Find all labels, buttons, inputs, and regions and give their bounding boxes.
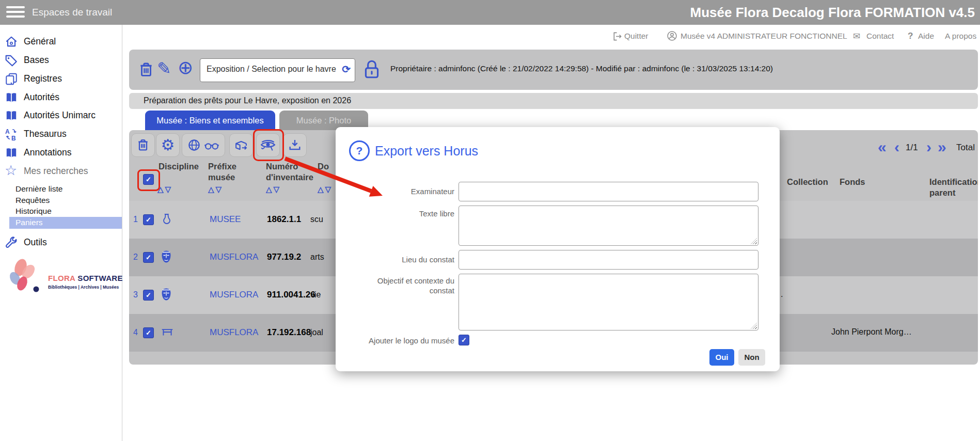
export-horus-button[interactable] <box>256 133 280 157</box>
vase-icon <box>161 212 173 226</box>
sidebar-item-annotations[interactable]: Annotations <box>0 145 122 161</box>
ajouter-logo-checkbox[interactable]: ✓ <box>459 335 469 345</box>
logo-brand2: SOFTWARE <box>77 274 122 282</box>
check-icon: ✓ <box>461 336 467 344</box>
check-icon: ✓ <box>146 176 151 183</box>
sidebar-item-outils[interactable]: Outils <box>0 235 122 250</box>
row-checkbox[interactable]: ✓ <box>143 327 154 338</box>
objectif-contexte-label: Objectif et contexte du constat <box>356 276 454 295</box>
total-label: Total : <box>956 143 978 153</box>
description-bar: Préparation des prêts pour Le Havre, exp… <box>129 93 978 109</box>
star-icon: ☆ <box>5 165 18 178</box>
row-number: 1 <box>133 215 138 224</box>
sidebar-item-label: Autorités <box>24 92 59 103</box>
objectif-contexte-textarea[interactable] <box>459 274 758 330</box>
sidebar-item-thesaurus[interactable]: A B Thesaurus <box>0 127 122 142</box>
sidebar-item-mes-recherches[interactable]: ☆ Mes recherches <box>0 164 122 179</box>
row-checkbox[interactable]: ✓ <box>143 290 154 301</box>
column-header-domaine: Do <box>318 161 329 172</box>
svg-text:B: B <box>11 135 16 141</box>
prefix-link[interactable]: MUSFLORA <box>210 290 258 300</box>
logo-tagline: Bibliothèques | Archives | Musées <box>48 285 119 290</box>
download-button[interactable] <box>283 133 307 157</box>
lieu-constat-input[interactable] <box>459 250 758 270</box>
column-header-discipline: Discipline <box>159 161 199 172</box>
row-number: 3 <box>133 290 138 300</box>
modal-title: Export vers Horus <box>375 144 478 159</box>
export-box-button[interactable] <box>229 133 253 157</box>
workspace-label: Espaces de travail <box>32 7 112 18</box>
add-record-icon[interactable]: ⊕ <box>178 60 193 75</box>
row-number: 2 <box>133 253 138 262</box>
oui-button[interactable]: Oui <box>709 349 734 366</box>
current-user-label[interactable]: Musée v4 ADMINISTRATEUR FONCTIONNEL <box>681 32 847 41</box>
domain-cell: arts <box>310 253 324 262</box>
sidebar-item-registres[interactable]: Registres <box>0 71 122 87</box>
sidebar-subitem-historique[interactable]: Historique <box>15 207 52 216</box>
record-toolbar: ✎ ⊕ Exposition / Selection pour le havre… <box>129 50 978 90</box>
pagination-prev[interactable]: ‹ <box>894 139 899 155</box>
user-icon <box>667 31 677 41</box>
column-header-numero: Numéro d'inventaire <box>266 161 323 183</box>
texte-libre-label: Texte libre <box>351 209 454 218</box>
sidebar-item-label: Outils <box>24 237 47 248</box>
select-all-checkbox[interactable]: ✓ <box>143 174 154 185</box>
contact-link[interactable]: Contact <box>866 32 894 41</box>
sort-icons-discipline[interactable]: △▽ <box>157 185 172 194</box>
sort-icons-numero[interactable]: △▽ <box>266 185 281 194</box>
sidebar: Général Bases Registres Autorités Autori… <box>0 25 122 441</box>
inventory-number: 911.0041.26 <box>267 290 315 300</box>
examinateur-input[interactable] <box>459 182 758 201</box>
sidebar-item-bases[interactable]: Bases <box>0 53 122 68</box>
sidebar-item-autorites-unimarc[interactable]: Autorités Unimarc <box>0 108 122 123</box>
non-button[interactable]: Non <box>738 349 765 366</box>
domain-cell: vie <box>310 290 321 300</box>
sidebar-subitem-derniere-liste[interactable]: Dernière liste <box>15 184 62 194</box>
sidebar-item-label: Annotations <box>24 147 71 158</box>
mask-icon <box>161 288 172 301</box>
settings-button[interactable]: ⚙ <box>156 133 180 157</box>
column-header-identification-parent: Identification parent <box>929 177 978 198</box>
wrench-icon <box>5 236 18 249</box>
row-checkbox[interactable]: ✓ <box>143 214 154 225</box>
download-icon <box>288 138 302 152</box>
texte-libre-textarea[interactable] <box>459 206 758 246</box>
domain-cell: joal <box>310 328 323 337</box>
sort-icons-domaine[interactable]: △▽ <box>318 185 333 194</box>
sort-icons-prefixe[interactable]: △▽ <box>208 185 223 194</box>
home-icon <box>5 35 18 49</box>
box-export-icon <box>233 138 249 152</box>
sidebar-subitem-paniers[interactable]: Paniers <box>9 217 122 229</box>
delete-record-icon[interactable] <box>137 61 155 78</box>
pagination-next[interactable]: › <box>926 139 931 155</box>
exit-icon <box>612 32 622 41</box>
prefix-link[interactable]: MUSFLORA <box>210 327 258 338</box>
pagination-page: 1/1 <box>906 143 918 153</box>
hamburger-menu-icon[interactable] <box>6 6 25 19</box>
refresh-icon[interactable]: ⟳ <box>342 63 351 75</box>
glasses-icon <box>204 139 219 151</box>
quit-link[interactable]: Quitter <box>624 32 649 41</box>
modal-help-icon[interactable]: ? <box>349 140 370 161</box>
sidebar-subitem-requetes[interactable]: Requêtes <box>15 196 50 205</box>
book-icon <box>5 109 18 122</box>
column-header-collection: Collection <box>787 177 828 187</box>
help-link[interactable]: Aide <box>918 32 934 41</box>
sidebar-subitem-label: Paniers <box>15 218 43 227</box>
sidebar-item-autorites[interactable]: Autorités <box>0 90 122 105</box>
web-view-button[interactable] <box>182 133 225 157</box>
tab-biens-et-ensembles[interactable]: Musée : Biens et ensembles <box>145 111 275 130</box>
about-link[interactable]: A propos <box>945 32 976 41</box>
inventory-number: 17.192.168 <box>267 327 311 338</box>
prefix-link[interactable]: MUSEE <box>210 214 241 225</box>
sidebar-item-general[interactable]: Général <box>0 34 122 50</box>
edit-record-icon[interactable]: ✎ <box>157 61 171 76</box>
basket-selector[interactable]: Exposition / Selection pour le havre ⟳ <box>200 58 355 82</box>
pagination-last[interactable]: » <box>938 139 946 155</box>
record-properties: Propriétaire : adminfonc (Créé le : 21/0… <box>390 64 773 73</box>
prefix-link[interactable]: MUSFLORA <box>210 252 258 262</box>
row-checkbox[interactable]: ✓ <box>143 252 154 263</box>
pagination-first[interactable]: « <box>878 139 887 155</box>
lock-icon[interactable] <box>362 59 381 81</box>
delete-selection-button[interactable] <box>131 133 155 157</box>
